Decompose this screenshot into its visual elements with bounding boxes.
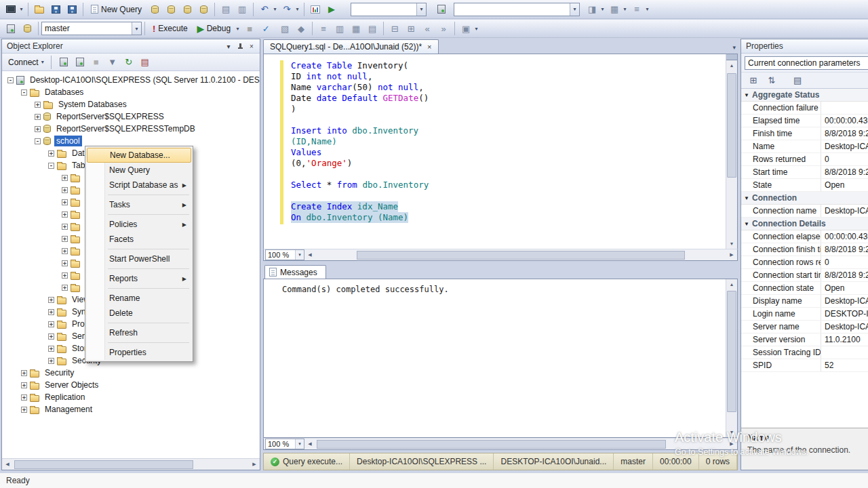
- registered-servers-icon[interactable]: [434, 2, 449, 17]
- query-options-icon[interactable]: ▧: [277, 21, 292, 36]
- expand-icon[interactable]: +: [48, 321, 54, 327]
- dropdown-arrow-icon[interactable]: ▾: [18, 6, 25, 12]
- cancel-query-icon[interactable]: ■: [242, 21, 257, 36]
- collapse-arrow-icon[interactable]: ▼: [741, 195, 752, 201]
- property-row[interactable]: Elapsed time00:00:00.430: [741, 115, 868, 127]
- debug-button[interactable]: ▶Debug: [193, 21, 235, 36]
- scroll-thumb[interactable]: [14, 460, 193, 469]
- collapse-arrow-icon[interactable]: ▼: [741, 221, 752, 227]
- new-query-button[interactable]: New Query: [87, 2, 146, 17]
- expand-icon[interactable]: +: [62, 187, 68, 193]
- activity-monitor-icon[interactable]: [3, 2, 18, 17]
- scroll-thumb[interactable]: [357, 251, 686, 260]
- menu-item[interactable]: Properties: [87, 345, 191, 360]
- tree-node[interactable]: +Security: [2, 367, 260, 379]
- menu-item[interactable]: New Database...: [87, 148, 191, 163]
- property-row[interactable]: Login nameDESKTOP-ICA10OI\Junaid: [741, 308, 868, 321]
- scroll-track[interactable]: [726, 289, 737, 427]
- xmla-query-icon[interactable]: [196, 2, 211, 17]
- expand-icon[interactable]: +: [48, 150, 54, 157]
- menu-item[interactable]: Script Database as▶: [87, 178, 191, 192]
- dropdown-arrow-icon[interactable]: ▾: [473, 26, 480, 32]
- collapse-icon[interactable]: -: [21, 89, 27, 96]
- outdent-icon[interactable]: «: [420, 21, 435, 36]
- expand-icon[interactable]: +: [62, 211, 68, 218]
- property-row[interactable]: Connection stateOpen: [741, 282, 868, 295]
- expand-icon[interactable]: +: [21, 370, 27, 376]
- scroll-up-icon[interactable]: ▲: [726, 279, 737, 289]
- property-row[interactable]: Connection finish time8/8/2018 9:24:38 P…: [741, 243, 868, 256]
- property-row[interactable]: SPID52: [741, 359, 868, 372]
- collapse-icon[interactable]: -: [48, 163, 54, 169]
- messages-vscrollbar[interactable]: ▲ ▼: [726, 279, 737, 437]
- property-category-header[interactable]: ▼Connection Details: [741, 218, 868, 230]
- editor-zoom-combo[interactable]: 100 %▾: [265, 249, 304, 260]
- splitter-grip[interactable]: [726, 54, 737, 60]
- dropdown-arrow-icon[interactable]: ▾: [234, 26, 241, 32]
- menu-item[interactable]: Facets: [87, 232, 191, 247]
- scroll-left-icon[interactable]: ◀: [304, 441, 315, 447]
- stop-icon[interactable]: ■: [89, 55, 104, 70]
- dropdown-arrow-icon[interactable]: ▾: [294, 6, 301, 12]
- tree-node[interactable]: -Databases: [2, 86, 260, 98]
- tree-node[interactable]: +Replication: [2, 391, 260, 403]
- execute-button[interactable]: !Execute: [149, 21, 192, 36]
- expand-icon[interactable]: +: [48, 346, 54, 352]
- windows-icon[interactable]: ▦: [607, 2, 622, 17]
- change-connection-icon[interactable]: [3, 21, 18, 36]
- chevron-down-icon[interactable]: ▾: [223, 41, 234, 52]
- scroll-thumb[interactable]: [727, 291, 736, 412]
- expand-icon[interactable]: +: [62, 285, 68, 291]
- property-row[interactable]: Finish time8/8/2018 9:24:38 PM: [741, 127, 868, 140]
- connect-server-icon[interactable]: [56, 55, 71, 70]
- available-databases-icon[interactable]: [20, 21, 35, 36]
- filter-icon[interactable]: ▼: [105, 55, 120, 70]
- database-combo[interactable]: master▾: [41, 22, 142, 35]
- toolbar-combo-2[interactable]: ▾: [454, 3, 580, 16]
- menu-item[interactable]: New Query: [87, 163, 191, 178]
- editor-vscrollbar[interactable]: ▲ ▼: [726, 54, 737, 249]
- sqlcmd-mode-icon[interactable]: ≡: [316, 21, 331, 36]
- property-row[interactable]: Server version11.0.2100: [741, 333, 868, 346]
- disconnect-server-icon[interactable]: [73, 55, 87, 70]
- property-category-header[interactable]: ▼Connection: [741, 192, 868, 205]
- expand-icon[interactable]: +: [62, 224, 68, 230]
- expand-icon[interactable]: +: [62, 260, 68, 266]
- scroll-track[interactable]: [726, 70, 737, 239]
- tree-node[interactable]: +Management: [2, 403, 260, 415]
- parse-icon[interactable]: ✓: [258, 21, 273, 36]
- undo-icon[interactable]: ↶: [257, 2, 272, 17]
- scroll-down-icon[interactable]: ▼: [726, 239, 737, 249]
- property-row[interactable]: Start time8/8/2018 9:24:38 PM: [741, 166, 868, 179]
- expand-icon[interactable]: +: [62, 175, 68, 181]
- expand-icon[interactable]: +: [48, 309, 54, 315]
- tree-node[interactable]: +System Databases: [2, 98, 260, 110]
- expand-icon[interactable]: +: [48, 297, 54, 303]
- dropdown-arrow-icon[interactable]: ▾: [621, 6, 629, 12]
- save-icon[interactable]: [48, 2, 63, 17]
- copy-icon[interactable]: ▤: [218, 2, 233, 17]
- menu-item[interactable]: Start PowerShell: [87, 251, 191, 266]
- close-tab-icon[interactable]: ×: [427, 43, 431, 51]
- indent-icon[interactable]: »: [436, 21, 451, 36]
- scroll-right-icon[interactable]: ▶: [726, 441, 737, 447]
- sql-editor[interactable]: Create Table Inventory(ID int not null,N…: [263, 54, 738, 249]
- property-row[interactable]: NameDesktop-ICA10OI\SQLEXPRESS: [741, 140, 868, 153]
- menu-item[interactable]: Rename: [87, 291, 191, 306]
- scroll-right-icon[interactable]: ▶: [249, 462, 260, 467]
- property-row[interactable]: Rows returned0: [741, 153, 868, 166]
- tools-icon[interactable]: ≡: [629, 2, 644, 17]
- save-all-icon[interactable]: [64, 2, 79, 17]
- expand-icon[interactable]: +: [62, 272, 68, 279]
- property-row[interactable]: Connection rows returned0: [741, 256, 868, 269]
- database-engine-query-icon[interactable]: [147, 2, 162, 17]
- comment-icon[interactable]: ⊟: [387, 21, 402, 36]
- results-to-file-icon[interactable]: ▤: [365, 21, 380, 36]
- property-row[interactable]: Connection nameDesktop-ICA10OI\SQLEXPRES…: [741, 205, 868, 218]
- mdx-query-icon[interactable]: [180, 2, 195, 17]
- expand-icon[interactable]: +: [35, 126, 41, 132]
- tab-list-dropdown-icon[interactable]: ▾: [733, 44, 736, 51]
- menu-item[interactable]: Reports▶: [87, 271, 191, 286]
- activity-chart-icon[interactable]: [308, 2, 323, 17]
- collapse-arrow-icon[interactable]: ▼: [741, 92, 752, 98]
